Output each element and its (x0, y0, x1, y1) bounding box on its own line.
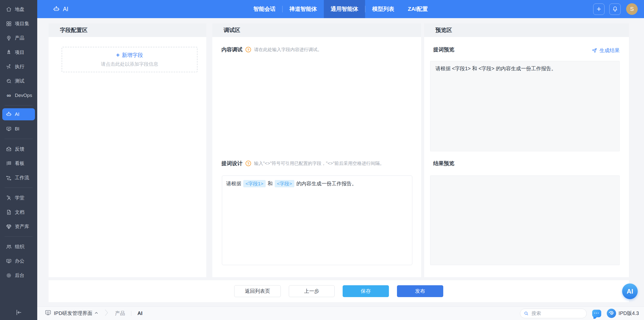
bell-icon (612, 6, 618, 12)
prompt-design-label: 提词设计 (221, 160, 243, 167)
zentao-logo-icon (607, 309, 616, 318)
robot-icon (6, 111, 12, 118)
sidebar-item-testing[interactable]: 测试 (0, 74, 37, 88)
workflow-icon (6, 174, 12, 181)
save-button[interactable]: 保存 (343, 285, 389, 297)
prompt-design-hint: 输入"<>"符号可引用已配置的字段，"<>"前后采用空格进行间隔。 (254, 160, 384, 166)
tab-smart-chat[interactable]: 智能会话 (247, 0, 282, 18)
tab-general-agent[interactable]: 通用智能体 (324, 0, 365, 18)
grid-icon (6, 20, 12, 27)
document-icon (6, 209, 12, 216)
breadcrumb-divider (131, 311, 131, 316)
tab-label: 禅道智能体 (289, 5, 317, 13)
field-chip-1[interactable]: <字段1> (243, 180, 266, 187)
add-button[interactable]: + (593, 4, 605, 15)
plus-icon: + (116, 52, 119, 58)
sidebar-item-bi[interactable]: BI (0, 122, 37, 136)
breadcrumb-section[interactable]: 产品 (115, 310, 125, 317)
tab-label: ZAI配置 (408, 5, 428, 13)
sidebar-nav: 地盘 项目集 产品 项目 执行 (0, 0, 37, 282)
sidebar-divider (5, 188, 33, 188)
sidebar-item-doc[interactable]: 文档 (0, 205, 37, 219)
sidebar-item-dashboard[interactable]: 地盘 (0, 2, 37, 16)
footer-right: ··· IPD版4.3 (520, 309, 639, 318)
gear-icon (6, 272, 12, 279)
app-name-label: IPD研发管理界面 (54, 310, 92, 317)
sidebar-item-program[interactable]: 项目集 (0, 16, 37, 31)
kanban-icon (6, 160, 12, 167)
preview-panel-header: 预览区 (424, 23, 629, 37)
sidebar-item-label: 反馈 (15, 146, 24, 152)
publish-button[interactable]: 发布 (397, 285, 443, 297)
sidebar-item-label: 文档 (15, 209, 24, 216)
app-switcher[interactable]: IPD研发管理界面 (54, 310, 98, 317)
sidebar-item-label: 看板 (15, 160, 24, 167)
sidebar-item-product[interactable]: 产品 (0, 31, 37, 45)
back-to-list-label: 返回列表页 (245, 288, 270, 295)
editor-text: 的内容生成一份工作报告。 (296, 181, 357, 186)
paper-plane-icon (591, 48, 597, 53)
sidebar-item-execution[interactable]: 执行 (0, 59, 37, 74)
sidebar: 地盘 项目集 产品 项目 执行 (0, 0, 37, 320)
sidebar-item-school[interactable]: 学堂 (0, 191, 37, 205)
previous-step-button[interactable]: 上一步 (289, 285, 335, 297)
search-box[interactable] (520, 309, 587, 318)
app-brand: AI (53, 6, 68, 13)
header-actions: + S (588, 3, 644, 15)
user-avatar[interactable]: S (626, 3, 638, 15)
sidebar-item-workflow[interactable]: 工作流 (0, 170, 37, 185)
tab-model-list[interactable]: 模型列表 (365, 0, 401, 18)
generate-result-button[interactable]: 生成结果 (591, 47, 620, 54)
result-preview-label: 结果预览 (433, 160, 454, 167)
teacher-icon (6, 195, 12, 201)
prompt-preview-text: 请根据 <字段1> 和 <字段> 的内容生成一份工作报告。 (435, 66, 556, 71)
sidebar-item-devops[interactable]: ∞ DevOps (0, 88, 37, 102)
notifications-button[interactable] (609, 4, 621, 15)
back-to-list-button[interactable]: 返回列表页 (234, 285, 281, 297)
content-debug-label: 内容调试 (221, 46, 243, 53)
sidebar-item-admin[interactable]: 后台 (0, 268, 37, 282)
sidebar-item-label: 工作流 (15, 174, 29, 181)
sidebar-item-label: 学堂 (15, 195, 24, 201)
field-chip-2[interactable]: <字段> (275, 180, 294, 187)
feedback-icon (6, 146, 12, 152)
magnifier-icon (6, 78, 12, 84)
runner-icon (6, 63, 12, 70)
chevron-up-icon (94, 310, 98, 316)
add-field-dropzone[interactable]: + 新增字段 请点击此处以添加字段信息 (62, 47, 197, 72)
sidebar-item-label: 项目 (15, 49, 24, 56)
sidebar-item-project[interactable]: 项目 (0, 45, 37, 59)
preview-panel: 预览区 提词预览 生成结果 请根据 <字段1> 和 <字段> 的内容生成一份工作… (424, 23, 629, 277)
chat-feedback-icon[interactable]: ··· (592, 310, 601, 317)
sidebar-item-label: 地盘 (15, 6, 24, 13)
sidebar-item-kanban[interactable]: 看板 (0, 156, 37, 170)
breadcrumb-current[interactable]: AI (137, 310, 142, 316)
top-header: AI 智能会话 禅道智能体 通用智能体 模型列表 ZAI配置 + S (37, 0, 644, 18)
prompt-editor[interactable]: 请根据<字段1>和<字段>的内容生成一份工作报告。 (222, 175, 412, 265)
sidebar-item-feedback[interactable]: 反馈 (0, 142, 37, 156)
previous-step-label: 上一步 (304, 288, 319, 295)
action-bar: 返回列表页 上一步 保存 发布 (49, 280, 629, 302)
tab-label: 模型列表 (372, 5, 394, 13)
sidebar-item-org[interactable]: 组织 (0, 239, 37, 254)
search-icon (524, 311, 529, 316)
sidebar-collapse-button[interactable] (0, 309, 37, 316)
tab-label: 智能会话 (253, 5, 275, 13)
add-field-button[interactable]: + 新增字段 (116, 52, 143, 59)
home-icon (6, 6, 12, 13)
infinity-icon: ∞ (6, 92, 12, 99)
ai-float-label: AI (627, 288, 633, 295)
sidebar-item-assets[interactable]: 资产库 (0, 219, 37, 234)
sidebar-item-label: BI (15, 126, 19, 132)
sidebar-item-ai[interactable]: AI (2, 108, 35, 120)
sidebar-item-office[interactable]: OA 办公 (0, 254, 37, 268)
chart-board-icon (6, 126, 12, 132)
sidebar-divider (5, 105, 33, 105)
app-monitor-icon (45, 309, 51, 317)
sidebar-item-label: AI (15, 112, 19, 117)
tab-zai-config[interactable]: ZAI配置 (401, 0, 434, 18)
breadcrumb-chevron-icon (104, 309, 108, 318)
tab-zentao-agent[interactable]: 禅道智能体 (283, 0, 324, 18)
ai-assistant-float-button[interactable]: AI (622, 283, 638, 299)
search-input[interactable] (531, 310, 576, 316)
